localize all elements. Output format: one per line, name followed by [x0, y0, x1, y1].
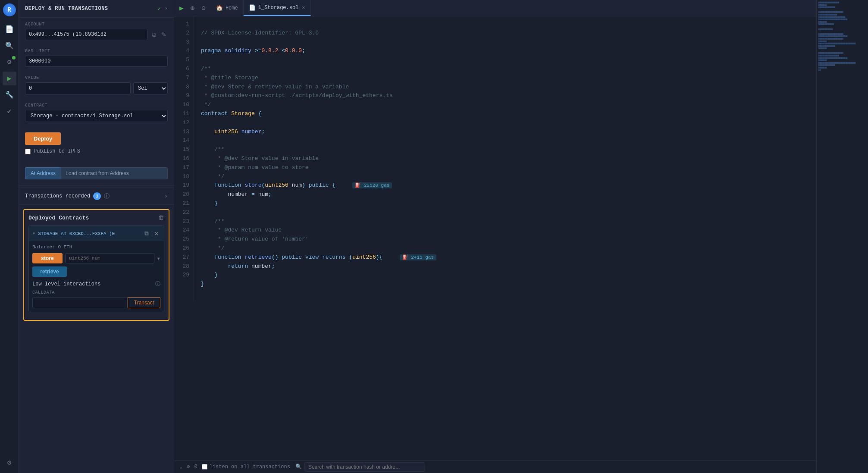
ln-13: 13 [181, 128, 189, 137]
load-contract-button[interactable]: Load contract from Address [61, 167, 168, 179]
value-section: VALUE Wei Gwei Sel Finney Ether [19, 71, 174, 99]
listen-checkbox-row: listen on all transactions [202, 464, 290, 470]
transactions-badge: 1 [93, 192, 101, 200]
code-content[interactable]: // SPDX-License-Identifier: GPL-3.0 prag… [194, 16, 816, 301]
copy-contract-button[interactable]: ⧉ [143, 229, 150, 238]
publish-ipfs-checkbox[interactable] [25, 149, 31, 154]
calldata-input[interactable] [32, 297, 128, 308]
app-logo: R [3, 3, 16, 16]
gas-limit-input[interactable] [25, 56, 168, 67]
ln-16: 16 [181, 154, 189, 163]
contract-label: CONTRACT [25, 103, 168, 108]
compile-badge [12, 56, 16, 60]
bottom-bar-search: 🔍 [295, 462, 811, 472]
nav-test-icon[interactable]: ✔ [3, 104, 16, 118]
deploy-section: Deploy Publish to IPFS [19, 126, 174, 160]
tab-storage[interactable]: 📄 1_Storage.sol ✕ [244, 0, 311, 16]
publish-ipfs-label: Publish to IPFS [34, 148, 80, 154]
contract-select[interactable]: Storage - contracts/1_Storage.sol [25, 110, 168, 122]
publish-ipfs-row: Publish to IPFS [25, 148, 168, 154]
contract-section: CONTRACT Storage - contracts/1_Storage.s… [19, 99, 174, 126]
nav-search-icon[interactable]: 🔍 [3, 39, 16, 53]
edit-account-button[interactable]: ✎ [160, 30, 168, 39]
right-panel: ████████████████████ ████████ ██████████… [816, 0, 868, 473]
at-address-button[interactable]: At Address [25, 167, 61, 179]
ln-5: 5 [181, 56, 189, 65]
search-icon: 🔍 [295, 464, 302, 470]
nav-files-icon[interactable]: 📄 [3, 22, 16, 36]
editor-tabs: ▶ ⊕ ⊖ 🏠 Home 📄 1_Storage.sol ✕ [174, 0, 816, 16]
main-area: ▶ ⊕ ⊖ 🏠 Home 📄 1_Storage.sol ✕ 1 2 3 4 5… [174, 0, 816, 473]
deployed-contracts-title: Deployed Contracts [28, 215, 89, 221]
panel-header-icons: ✓ › [157, 5, 168, 12]
ln-2: 2 [181, 29, 189, 38]
ln-4: 4 [181, 47, 189, 56]
deploy-button[interactable]: Deploy [25, 132, 61, 145]
ln-9: 9 [181, 91, 189, 100]
tab-close-icon[interactable]: ✕ [302, 4, 305, 11]
chevron-down-icon[interactable]: ⌄ [179, 464, 182, 470]
value-row: Wei Gwei Sel Finney Ether [25, 82, 168, 94]
low-level-header: Low level interactions ⓘ [32, 280, 160, 288]
zoom-out-icon[interactable]: ⊖ [200, 2, 207, 14]
editor-tab-icons: ▶ ⊕ ⊖ [178, 2, 207, 14]
ln-3: 3 [181, 38, 189, 47]
ln-22: 22 [181, 208, 189, 217]
tab-home-label: Home [226, 5, 238, 11]
ln-25: 25 [181, 235, 189, 244]
gas-limit-section: GAS LIMIT [19, 44, 174, 71]
ln-8: 8 [181, 83, 189, 92]
contract-expand-icon[interactable]: ▾ [32, 230, 35, 237]
check-icon: ✓ [157, 5, 161, 12]
nav-deploy-icon[interactable]: ▶ [3, 72, 16, 85]
low-level-title: Low level interactions [32, 281, 100, 287]
transactions-info-icon[interactable]: ⓘ [104, 192, 110, 200]
account-label: ACCOUNT [25, 22, 168, 27]
store-chevron-icon[interactable]: ▾ [157, 255, 160, 262]
store-input[interactable] [65, 253, 154, 263]
tx-search-input[interactable] [304, 462, 425, 472]
tab-home[interactable]: 🏠 Home [211, 0, 244, 16]
deployed-contracts-header: Deployed Contracts 🗑 [28, 214, 164, 221]
ln-18: 18 [181, 172, 189, 182]
balance-text: Balance: 0 ETH [32, 244, 160, 250]
bottom-bar: ⌄ ⊘ 0 listen on all transactions 🔍 [174, 460, 816, 473]
ln-20: 20 [181, 190, 189, 199]
value-input[interactable] [25, 82, 131, 94]
nav-compile-icon[interactable]: ⚙ [3, 55, 16, 69]
gas-limit-label: GAS LIMIT [25, 49, 168, 53]
retrieve-button[interactable]: retrieve [32, 266, 67, 277]
transact-button[interactable]: Transact [128, 297, 160, 308]
account-section: ACCOUNT ⧉ ✎ [19, 18, 174, 44]
nav-plugin-icon[interactable]: 🔧 [3, 88, 16, 102]
listen-checkbox[interactable] [202, 464, 207, 470]
ln-14: 14 [181, 136, 189, 145]
ln-21: 21 [181, 199, 189, 208]
run-icon[interactable]: ▶ [178, 2, 185, 14]
tab-storage-label: 1_Storage.sol [258, 5, 299, 11]
editor-area[interactable]: 1 2 3 4 5 6 7 8 9 10 11 12 13 14 15 16 1… [174, 16, 816, 460]
value-unit-select[interactable]: Wei Gwei Sel Finney Ether [133, 82, 168, 94]
low-level-info-icon[interactable]: ⓘ [155, 280, 160, 288]
contract-instance-left: ▾ STORAGE AT 0XCBD...F33FA (E [32, 230, 115, 237]
contract-instance-header: ▾ STORAGE AT 0XCBD...F33FA (E ⧉ ✕ [29, 226, 164, 241]
close-contract-button[interactable]: ✕ [153, 229, 160, 238]
panel-title: DEPLOY & RUN TRANSACTIONS [25, 6, 108, 12]
left-panel: DEPLOY & RUN TRANSACTIONS ✓ › ACCOUNT ⧉ … [19, 0, 174, 473]
trash-icon[interactable]: 🗑 [158, 214, 164, 221]
deployed-contracts-box: Deployed Contracts 🗑 ▾ STORAGE AT 0XCBD.… [23, 209, 169, 321]
nav-settings-icon[interactable]: ⚙ [3, 456, 16, 470]
expand-icon[interactable]: › [164, 5, 168, 12]
store-button[interactable]: store [32, 253, 63, 263]
transactions-title: Transactions recorded [25, 193, 90, 199]
line-numbers: 1 2 3 4 5 6 7 8 9 10 11 12 13 14 15 16 1… [174, 16, 194, 301]
home-tab-icon: 🏠 [216, 5, 223, 12]
account-input[interactable] [25, 29, 148, 40]
copy-account-button[interactable]: ⧉ [150, 30, 157, 40]
tx-count: 0 [194, 464, 197, 470]
stop-icon[interactable]: ⊘ [187, 464, 190, 470]
ln-24: 24 [181, 226, 189, 235]
divider-1 [19, 185, 174, 186]
transactions-chevron-icon[interactable]: › [164, 193, 168, 200]
zoom-in-icon[interactable]: ⊕ [189, 2, 197, 14]
